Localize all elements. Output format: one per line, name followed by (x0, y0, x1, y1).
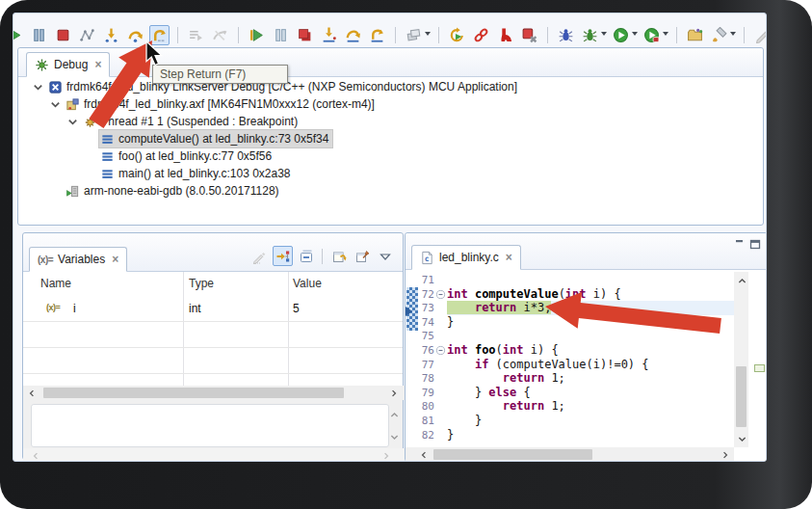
code-line-72[interactable]: 72int computeValue(int i) { (406, 287, 767, 302)
step-into-all-icon[interactable] (319, 25, 339, 45)
minimize-icon[interactable] (734, 236, 746, 247)
column-divider[interactable] (183, 272, 184, 386)
code-line-79[interactable]: 79 } else { (406, 386, 767, 400)
code-line-74[interactable]: 74} (406, 315, 767, 330)
editor-h-scrollbar[interactable] (406, 447, 734, 461)
code-line-80[interactable]: 80 return 1; (406, 399, 767, 414)
collapse-all-icon[interactable] (296, 246, 316, 266)
suspend-icon[interactable] (29, 25, 49, 45)
maximize-icon[interactable] (749, 236, 761, 247)
tree-item-frame-foo[interactable]: foo() at led_blinky.c:77 0x5f56 (18, 147, 763, 165)
scroll-thumb[interactable] (43, 388, 344, 398)
run-icon[interactable] (611, 25, 631, 45)
tab-led-blinky-c[interactable]: c led_blinky.c × (411, 245, 521, 270)
scroll-right-icon[interactable] (380, 449, 392, 462)
modules-icon[interactable] (404, 25, 424, 45)
editor-v-scrollbar[interactable] (734, 272, 748, 447)
step-over-icon[interactable] (125, 25, 145, 45)
code-editor[interactable]: 7172int computeValue(int i) {73 return i… (406, 270, 767, 461)
code-line-81[interactable]: 81 } (406, 414, 767, 428)
overview-ruler-mark[interactable] (754, 364, 765, 372)
variable-row-i[interactable]: (x)= i int 5 (23, 296, 403, 322)
scroll-left-icon[interactable] (417, 448, 430, 461)
skip-all-breakpoints-icon[interactable] (210, 25, 230, 45)
step-return-icon[interactable] (149, 25, 170, 45)
format-brush-icon[interactable] (709, 25, 729, 45)
fold-collapse-icon[interactable] (435, 289, 446, 300)
column-header-type[interactable]: Type (189, 277, 214, 290)
code-line-78[interactable]: 78 return 1; (406, 371, 767, 386)
close-icon[interactable]: × (112, 253, 118, 266)
scroll-down-icon[interactable] (735, 432, 748, 445)
show-type-names-icon[interactable] (249, 246, 270, 266)
debug-icon[interactable] (580, 25, 600, 45)
view-menu-icon[interactable] (375, 246, 395, 266)
step-over-all-icon[interactable] (343, 25, 363, 45)
close-icon[interactable]: × (94, 58, 101, 71)
terminate-all-icon[interactable] (295, 25, 315, 45)
scroll-left-icon[interactable] (25, 387, 38, 399)
resume-icon[interactable] (13, 25, 25, 45)
code-line-82[interactable]: 82} (406, 428, 767, 442)
attach-debug-icon[interactable] (556, 25, 576, 45)
run-icon-dropdown[interactable] (632, 32, 638, 39)
restart-icon[interactable] (247, 25, 267, 45)
modules-icon-dropdown[interactable] (425, 32, 431, 39)
tree-item-launch-config[interactable]: frdmk64f_led_blinky LinkServer Debug [C/… (18, 78, 763, 95)
tree-item-thread[interactable]: Thread #1 1 (Suspended : Breakpoint) (18, 113, 763, 130)
code-line-71[interactable]: 71 (406, 273, 767, 287)
suspend-icon-group (29, 25, 49, 45)
scroll-down-icon[interactable] (387, 430, 401, 443)
close-icon[interactable]: × (506, 251, 512, 264)
disconnect-icon[interactable] (77, 25, 97, 45)
link-icon[interactable] (471, 25, 491, 45)
terminate-icon[interactable] (53, 25, 73, 45)
fold-collapse-icon[interactable] (435, 345, 446, 356)
column-header-name[interactable]: Name (40, 277, 71, 290)
chevron-down-icon[interactable] (66, 116, 79, 128)
variable-type: int (189, 302, 201, 315)
code-line-73[interactable]: 73 return i*3; (406, 301, 767, 315)
scroll-up-icon[interactable] (387, 408, 401, 421)
debug-launch-tree: frdmk64f_led_blinky LinkServer Debug [C/… (18, 78, 763, 225)
pin-view-icon[interactable] (352, 246, 372, 266)
tab-variables[interactable]: (x)= Variables × (29, 247, 127, 272)
code-text: } (447, 414, 482, 428)
profile-icon[interactable] (642, 25, 662, 45)
chevron-down-icon[interactable] (32, 81, 44, 94)
variables-h-scrollbar[interactable] (23, 386, 405, 400)
scroll-right-icon[interactable] (387, 387, 400, 399)
open-resource-icon[interactable] (685, 25, 705, 45)
step-into-icon[interactable] (101, 25, 121, 45)
scroll-right-icon[interactable] (719, 448, 731, 461)
code-line-77[interactable]: 77 if (computeValue(i)!=0) { (406, 358, 767, 372)
tree-item-axf-target[interactable]: frdmk64f_led_blinky.axf [MK64FN1M0xxx12 … (18, 95, 763, 113)
detail-h-scrollbar[interactable] (23, 448, 405, 462)
step-return-all-icon[interactable] (367, 25, 387, 45)
tab-debug[interactable]: Debug × (26, 52, 110, 77)
column-header-value[interactable]: Value (293, 277, 322, 290)
profile-icon-dropdown[interactable] (663, 32, 668, 39)
tree-item-gdb-process[interactable]: arm-none-eabi-gdb (8.0.50.20171128) (18, 182, 763, 200)
format-brush-icon-dropdown[interactable] (730, 32, 736, 39)
new-view-icon[interactable] (328, 246, 349, 266)
link-with-debug-icon[interactable] (273, 246, 293, 266)
debug-icon-dropdown[interactable] (601, 32, 607, 39)
instruction-stepping-icon[interactable] (186, 25, 206, 45)
terminate-remove-icon[interactable] (519, 25, 539, 45)
scroll-up-icon[interactable] (735, 274, 748, 287)
reset-icon[interactable] (447, 25, 467, 45)
variables-detail-pane[interactable] (31, 404, 389, 447)
code-line-75[interactable]: 75 (406, 329, 767, 343)
scroll-thumb[interactable] (736, 366, 747, 427)
tree-item-frame-main[interactable]: main() at led_blinky.c:103 0x2a38 (18, 165, 763, 182)
suspend-all-icon[interactable] (271, 25, 291, 45)
scroll-left-icon[interactable] (29, 449, 41, 462)
tree-item-frame-computevalue[interactable]: computeValue() at led_blinky.c:73 0x5f34 (18, 130, 763, 147)
column-divider[interactable] (288, 272, 289, 386)
chevron-down-icon[interactable] (49, 98, 62, 111)
scroll-thumb[interactable] (433, 449, 592, 460)
pen-icon[interactable] (752, 25, 767, 45)
code-line-76[interactable]: 76int foo(int i) { (406, 343, 767, 358)
red-boot-icon[interactable] (495, 25, 515, 45)
